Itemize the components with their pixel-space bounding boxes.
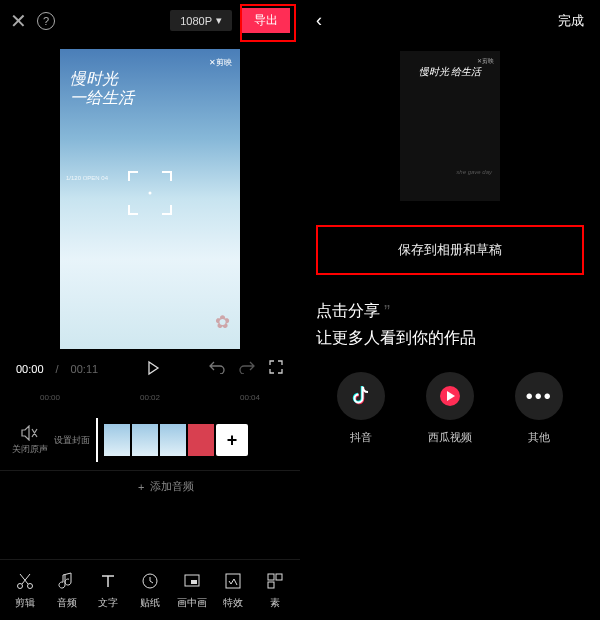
clip-thumb[interactable] <box>104 424 130 456</box>
svg-point-1 <box>27 584 32 589</box>
export-highlight-box <box>240 4 296 42</box>
time-current: 00:00 <box>16 363 44 375</box>
more-icon <box>256 570 294 592</box>
fx-icon <box>214 570 252 592</box>
quote-icon: ” <box>384 302 390 322</box>
fullscreen-button[interactable] <box>268 359 284 379</box>
clock-icon <box>131 570 169 592</box>
add-clip-button[interactable]: + <box>216 424 248 456</box>
share-header: ‹ 完成 <box>316 0 584 41</box>
export-preview[interactable]: ✕剪映 慢时光 给生活 she gave day <box>400 51 500 201</box>
svg-point-0 <box>17 584 22 589</box>
tool-audio[interactable]: 音频 <box>48 570 86 610</box>
undo-button[interactable] <box>208 360 226 378</box>
chevron-down-icon: ▾ <box>216 14 222 27</box>
mute-button[interactable]: 关闭原声 <box>12 425 48 456</box>
share-heading: 点击分享” 让更多人看到你的作品 <box>316 299 584 350</box>
share-panel: ‹ 完成 ✕剪映 慢时光 给生活 she gave day 保存到相册和草稿 点… <box>300 0 600 620</box>
clip-strip[interactable]: + <box>96 418 288 462</box>
resolution-selector[interactable]: 1080P ▾ <box>170 10 232 31</box>
note-icon <box>48 570 86 592</box>
export-subtitle: she gave day <box>456 169 492 175</box>
xigua-icon <box>440 386 460 406</box>
plus-icon: + <box>138 481 144 493</box>
timeline-ruler: 00:00 00:02 00:04 <box>0 389 300 410</box>
svg-rect-7 <box>276 574 282 580</box>
share-other[interactable]: ••• 其他 <box>515 372 563 445</box>
help-button[interactable]: ? <box>37 12 55 30</box>
bottom-toolbar: 剪辑 音频 文字 贴纸 画中画 特效 素 <box>0 559 300 620</box>
clip-row: 关闭原声 设置封面 + <box>0 410 300 471</box>
tool-sticker[interactable]: 贴纸 <box>131 570 169 610</box>
tool-cut[interactable]: 剪辑 <box>6 570 44 610</box>
clip-thumb[interactable] <box>188 424 214 456</box>
more-icon: ••• <box>526 385 553 408</box>
clip-thumb[interactable] <box>132 424 158 456</box>
capcut-logo: ✕剪映 <box>477 57 494 66</box>
save-to-album-button[interactable]: 保存到相册和草稿 <box>316 225 584 275</box>
speaker-icon <box>20 425 40 441</box>
video-title-overlay: 慢时光 一给生活 <box>70 69 134 107</box>
pip-icon <box>173 570 211 592</box>
tool-more[interactable]: 素 <box>256 570 294 610</box>
close-button[interactable]: ✕ <box>10 9 27 33</box>
side-text: 1/120 OPEN 04 <box>66 175 108 183</box>
playback-bar: 00:00 / 00:11 <box>0 349 300 389</box>
share-section: 点击分享” 让更多人看到你的作品 抖音 西瓜视频 <box>316 299 584 445</box>
add-audio-button[interactable]: + 添加音频 <box>0 471 300 502</box>
share-douyin[interactable]: 抖音 <box>337 372 385 445</box>
playhead[interactable] <box>96 418 98 462</box>
text-icon <box>89 570 127 592</box>
play-icon <box>145 360 161 376</box>
back-button[interactable]: ‹ <box>316 10 322 31</box>
decor-icon: ✿ <box>215 311 230 333</box>
focus-reticle-icon <box>128 171 172 215</box>
time-total: 00:11 <box>71 363 99 375</box>
clip-thumb[interactable] <box>160 424 186 456</box>
editor-panel: ✕ ? 1080P ▾ 导出 ✕剪映 慢时光 一给生活 1/120 OPEN 0… <box>0 0 300 620</box>
scissors-icon <box>6 570 44 592</box>
tool-pip[interactable]: 画中画 <box>173 570 211 610</box>
tool-fx[interactable]: 特效 <box>214 570 252 610</box>
svg-rect-8 <box>268 582 274 588</box>
svg-rect-6 <box>268 574 274 580</box>
resolution-label: 1080P <box>180 15 212 27</box>
cover-button[interactable]: 设置封面 <box>54 434 90 447</box>
done-button[interactable]: 完成 <box>558 12 584 30</box>
svg-rect-4 <box>191 580 197 584</box>
export-title: 慢时光 给生活 <box>419 65 482 79</box>
douyin-icon <box>350 384 372 408</box>
video-preview[interactable]: ✕剪映 慢时光 一给生活 1/120 OPEN 04 ✿ <box>60 49 240 349</box>
share-row: 抖音 西瓜视频 ••• 其他 <box>316 372 584 445</box>
share-xigua[interactable]: 西瓜视频 <box>426 372 474 445</box>
capcut-logo: ✕剪映 <box>209 57 232 68</box>
play-button[interactable] <box>110 360 196 378</box>
tool-text[interactable]: 文字 <box>89 570 127 610</box>
redo-button[interactable] <box>238 360 256 378</box>
